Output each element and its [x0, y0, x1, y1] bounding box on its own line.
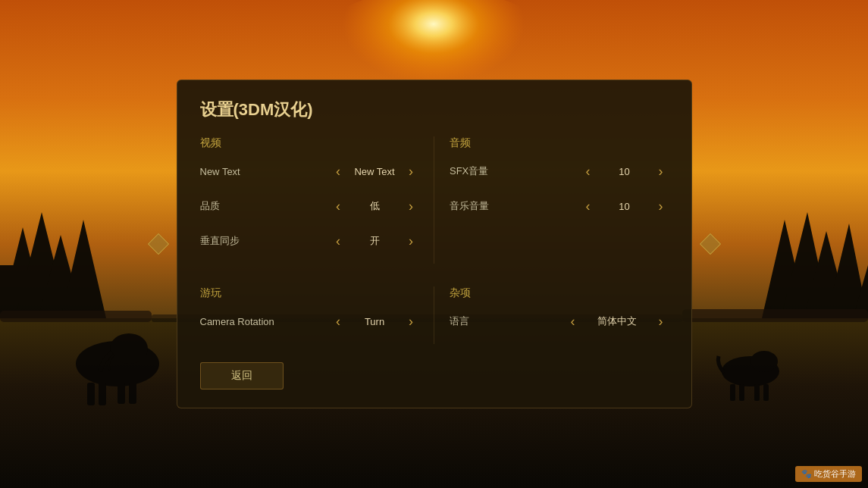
- next-arrow-button[interactable]: [699, 233, 722, 255]
- vsync-prev-btn[interactable]: ‹: [331, 234, 346, 248]
- quality-row: 品质 ‹ 低 ›: [200, 194, 419, 218]
- vsync-label: 垂直同步: [200, 234, 268, 248]
- quality-value: 低: [352, 199, 397, 213]
- sfx-row: SFX音量 ‹ 10 ›: [450, 159, 669, 183]
- camera-rotation-prev-btn[interactable]: ‹: [331, 314, 346, 328]
- sfx-next-btn[interactable]: ›: [653, 164, 669, 178]
- language-control: ‹ 简体中文 ›: [566, 314, 669, 328]
- camera-rotation-label: Camera Rotation: [200, 316, 284, 327]
- display-mode-next-btn[interactable]: ›: [403, 164, 418, 178]
- gameplay-section-title: 游玩: [200, 286, 419, 300]
- next-arrow-diamond: [699, 233, 720, 255]
- language-next-btn[interactable]: ›: [653, 314, 669, 328]
- return-btn-wrap: 返回: [200, 362, 669, 389]
- misc-section-title: 杂项: [450, 286, 669, 300]
- sfx-label: SFX音量: [450, 164, 518, 178]
- section-separator: [200, 264, 669, 286]
- misc-section: 杂项 语言 ‹ 简体中文 ›: [450, 286, 669, 344]
- display-mode-row: New Text ‹ New Text ›: [200, 159, 419, 183]
- gameplay-section: 游玩 Camera Rotation ‹ Turn ›: [200, 286, 419, 344]
- video-section: 视频 New Text ‹ New Text › 品质 ‹ 低: [200, 136, 419, 264]
- language-value: 简体中文: [587, 314, 647, 328]
- camera-rotation-row: Camera Rotation ‹ Turn ›: [200, 309, 419, 333]
- sfx-control: ‹ 10 ›: [581, 164, 669, 178]
- quality-next-btn[interactable]: ›: [403, 199, 418, 213]
- display-mode-label: New Text: [200, 166, 268, 177]
- language-prev-btn[interactable]: ‹: [566, 314, 581, 328]
- vsync-value: 开: [352, 234, 397, 248]
- col-divider-1: [434, 136, 434, 264]
- music-prev-btn[interactable]: ‹: [581, 199, 596, 213]
- vsync-row: 垂直同步 ‹ 开 ›: [200, 229, 419, 253]
- camera-rotation-value: Turn: [352, 316, 397, 327]
- prev-arrow-button[interactable]: [147, 233, 170, 255]
- settings-dialog: 设置(3DM汉化) 视频 New Text ‹ New Text ›: [177, 80, 692, 408]
- audio-section: 音频 SFX音量 ‹ 10 › 音乐音量 ‹ 10: [450, 136, 669, 264]
- music-value: 10: [602, 201, 647, 212]
- music-label: 音乐音量: [450, 199, 518, 213]
- dialog-overlay: 设置(3DM汉化) 视频 New Text ‹ New Text ›: [0, 0, 868, 488]
- dialog-title: 设置(3DM汉化): [200, 99, 669, 121]
- music-row: 音乐音量 ‹ 10 ›: [450, 194, 669, 218]
- vsync-control: ‹ 开 ›: [331, 234, 418, 248]
- video-section-title: 视频: [200, 136, 419, 150]
- language-label: 语言: [450, 314, 518, 328]
- prev-arrow-diamond: [147, 233, 168, 255]
- audio-section-title: 音频: [450, 136, 669, 150]
- dialog-bottom-body: 游玩 Camera Rotation ‹ Turn › 杂项: [200, 286, 669, 344]
- dialog-top-body: 视频 New Text ‹ New Text › 品质 ‹ 低: [200, 136, 669, 264]
- camera-rotation-control: ‹ Turn ›: [331, 314, 418, 328]
- sfx-prev-btn[interactable]: ‹: [581, 164, 596, 178]
- music-control: ‹ 10 ›: [581, 199, 669, 213]
- language-row: 语言 ‹ 简体中文 ›: [450, 309, 669, 333]
- display-mode-prev-btn[interactable]: ‹: [331, 164, 346, 178]
- return-button[interactable]: 返回: [200, 362, 284, 389]
- music-next-btn[interactable]: ›: [653, 199, 669, 213]
- watermark: 🐾 吃货谷手游: [795, 466, 862, 482]
- display-mode-control: ‹ New Text ›: [331, 164, 418, 178]
- sfx-value: 10: [602, 166, 647, 177]
- camera-rotation-next-btn[interactable]: ›: [403, 314, 418, 328]
- vsync-next-btn[interactable]: ›: [403, 234, 418, 248]
- quality-label: 品质: [200, 199, 268, 213]
- quality-control: ‹ 低 ›: [331, 199, 418, 213]
- quality-prev-btn[interactable]: ‹: [331, 199, 346, 213]
- col-divider-2: [434, 286, 434, 344]
- display-mode-value: New Text: [352, 166, 397, 177]
